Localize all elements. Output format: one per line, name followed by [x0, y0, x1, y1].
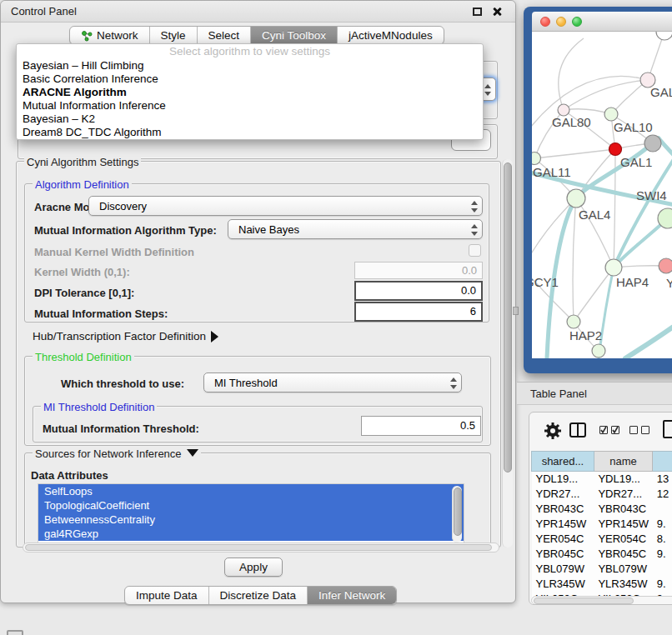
- network-icon: [81, 30, 93, 42]
- mi-type-combo[interactable]: Naive Bayes: [228, 219, 483, 239]
- settings-horizontal-scrollbar[interactable]: [23, 542, 499, 552]
- algorithm-option[interactable]: Basic Correlation Inference: [17, 72, 483, 86]
- new-table-icon[interactable]: [663, 420, 672, 438]
- zoom-traffic-button[interactable]: [572, 17, 582, 27]
- node-labels: GAL GAL80 GAL10 GAL1 GAL11 SWI4 GAL4 GCY…: [532, 85, 672, 342]
- node-salmon[interactable]: [659, 258, 672, 273]
- node-label: Y: [666, 276, 672, 290]
- network-window-titlebar: [532, 12, 672, 32]
- data-attributes-label: Data Attributes: [31, 469, 108, 482]
- table-row[interactable]: YDR27...YDR27...12: [532, 487, 672, 502]
- node-hap2[interactable]: [567, 315, 580, 328]
- algorithm-option[interactable]: Bayesian – Hill Climbing: [17, 59, 483, 72]
- tab-impute-data[interactable]: Impute Data: [125, 587, 209, 604]
- hub-section-toggle[interactable]: Hub/Transcription Factor Definition: [33, 330, 218, 342]
- node-label: GAL10: [614, 120, 653, 134]
- expand-arrow-icon: [211, 331, 218, 342]
- network-graph: GAL GAL80 GAL10 GAL1 GAL11 SWI4 GAL4 GCY…: [532, 32, 672, 358]
- which-threshold-combo[interactable]: MI Threshold: [203, 372, 462, 392]
- node-label: GAL4: [579, 208, 610, 222]
- list-item[interactable]: TopologicalCoefficient: [38, 498, 464, 512]
- mi-threshold-field[interactable]: 0.5: [361, 416, 481, 436]
- node-label: GAL1: [620, 155, 652, 169]
- tab-cyni-toolbox[interactable]: Cyni Toolbox: [251, 27, 338, 44]
- table-row[interactable]: YBL079WYBL079W: [532, 562, 672, 577]
- node-gray[interactable]: [644, 135, 661, 152]
- table-row[interactable]: YLR345WYLR345W9.: [532, 577, 672, 592]
- node-gal10[interactable]: [604, 108, 618, 121]
- table-row[interactable]: YPR145WYPR145W9.: [532, 517, 672, 532]
- kernel-width-field[interactable]: 0.0: [354, 262, 483, 279]
- node-label: SWI4: [636, 188, 667, 202]
- float-window-icon[interactable]: [473, 8, 482, 16]
- table-row[interactable]: YER054CYER054C8.: [532, 532, 672, 547]
- table-panel-header: Table Panel: [517, 382, 672, 405]
- table-panel-title: Table Panel: [530, 388, 587, 400]
- kernel-width-label: Kernel Width (0,1):: [34, 266, 130, 278]
- column-header-shared-name[interactable]: shared...: [532, 452, 594, 472]
- table-row[interactable]: YBR045CYBR045C9.: [532, 547, 672, 562]
- network-canvas[interactable]: GAL GAL80 GAL10 GAL1 GAL11 SWI4 GAL4 GCY…: [532, 32, 672, 358]
- threshold-definition-title: Threshold Definition: [33, 351, 134, 363]
- algorithm-option[interactable]: Mutual Information Inference: [17, 99, 483, 112]
- tab-infer-network[interactable]: Infer Network: [308, 587, 396, 604]
- node-attribute-table: shared... name YDL19...YDL19...13 YDR27.…: [531, 451, 672, 605]
- splitter-collapse-handle[interactable]: [513, 307, 519, 315]
- control-panel-window: Control Panel Network Style Select Cyni …: [0, 0, 516, 603]
- select-all-checks-icon[interactable]: [599, 426, 621, 436]
- close-icon[interactable]: [492, 7, 502, 17]
- node-gal11[interactable]: [532, 152, 541, 165]
- algorithm-option-selected[interactable]: ARACNE Algorithm: [17, 86, 483, 99]
- manual-kernel-checkbox[interactable]: [469, 244, 481, 257]
- table-row[interactable]: YBR043CYBR043C: [532, 502, 672, 517]
- node-label: GCY1: [532, 275, 559, 289]
- algorithm-option[interactable]: Bayesian – K2: [17, 112, 483, 126]
- tab-select[interactable]: Select: [198, 27, 252, 44]
- node-label: GAL11: [533, 165, 571, 179]
- table-panel: shared... name YDL19...YDL19...13 YDR27.…: [529, 412, 672, 605]
- table-header-row: shared... name: [532, 452, 672, 472]
- sources-group-title[interactable]: Sources for Network Inference: [33, 448, 201, 460]
- column-header-name[interactable]: name: [594, 452, 652, 472]
- dpi-tolerance-field[interactable]: 0.0: [354, 281, 483, 301]
- mi-steps-field[interactable]: 6: [354, 302, 483, 322]
- stepper-arrows-icon: [470, 200, 478, 213]
- tab-network[interactable]: Network: [70, 27, 150, 44]
- tab-jactivemnodules[interactable]: jActiveMNodules: [338, 27, 444, 44]
- node-unlabeled[interactable]: [656, 32, 672, 40]
- tab-discretize-data[interactable]: Discretize Data: [209, 587, 308, 604]
- manual-kernel-label: Manual Kernel Width Definition: [34, 246, 194, 258]
- deselect-all-checks-icon[interactable]: [629, 426, 651, 436]
- list-item[interactable]: SelfLoops: [38, 484, 464, 498]
- settings-group-title: Cyni Algorithm Settings: [24, 156, 141, 168]
- algorithm-option[interactable]: Dream8 DC_TDC Algorithm: [17, 126, 483, 139]
- data-attributes-list: SelfLoops TopologicalCoefficient Between…: [38, 483, 464, 543]
- control-panel-tabbar: Network Style Select Cyni Toolbox jActiv…: [69, 26, 444, 45]
- aracne-mode-combo[interactable]: Discovery: [88, 196, 483, 216]
- list-item[interactable]: BetweennessCentrality: [38, 512, 464, 527]
- table-row[interactable]: YDL19...YDL19...13: [532, 472, 672, 487]
- columns-icon[interactable]: [569, 422, 586, 438]
- table-horizontal-scrollbar[interactable]: [531, 596, 672, 605]
- tab-style[interactable]: Style: [150, 27, 198, 44]
- column-header-clipped[interactable]: [653, 452, 672, 472]
- tab-network-label: Network: [97, 29, 138, 42]
- minimized-panel-icon[interactable]: [7, 630, 23, 635]
- gear-icon[interactable]: [543, 421, 563, 444]
- dpi-tolerance-label: DPI Tolerance [0,1]:: [34, 287, 134, 299]
- settings-vertical-scrollbar[interactable]: [502, 159, 513, 548]
- collapse-arrow-icon: [187, 449, 198, 457]
- node-gal4[interactable]: [567, 189, 585, 208]
- close-traffic-button[interactable]: [540, 17, 550, 27]
- node-red-selected[interactable]: [609, 143, 622, 156]
- node-bottom[interactable]: [592, 344, 605, 358]
- algorithm-dropdown-list: Select algorithm to view settings Bayesi…: [16, 43, 484, 140]
- list-vertical-scrollbar[interactable]: [452, 486, 462, 542]
- list-item[interactable]: gal4RGexp: [38, 527, 464, 541]
- minimize-traffic-button[interactable]: [556, 17, 566, 27]
- node-hap4[interactable]: [605, 259, 622, 276]
- apply-button[interactable]: Apply: [224, 558, 283, 577]
- node-gal80[interactable]: [558, 104, 569, 116]
- stepper-arrows-icon: [470, 223, 478, 237]
- control-panel-titlebar: Control Panel: [1, 1, 515, 22]
